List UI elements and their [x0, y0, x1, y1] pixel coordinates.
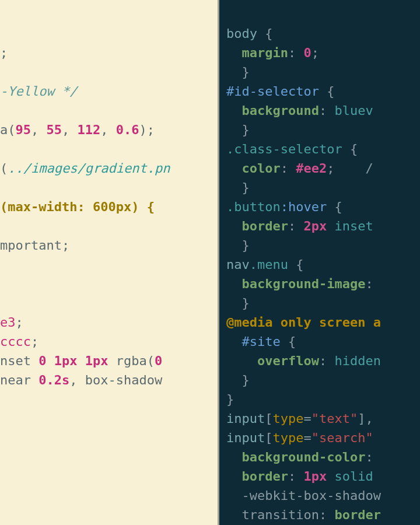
right-dark-code-pane[interactable]: body { margin: 0; } #id-selector { backg…	[218, 0, 420, 525]
code-text: ; -Yellow */ a(95, 55, 112, 0.6); (../im…	[0, 46, 170, 387]
left-light-code-pane[interactable]: ; -Yellow */ a(95, 55, 112, 0.6); (../im…	[0, 0, 218, 525]
code-text: body { margin: 0; } #id-selector { backg…	[226, 26, 381, 525]
